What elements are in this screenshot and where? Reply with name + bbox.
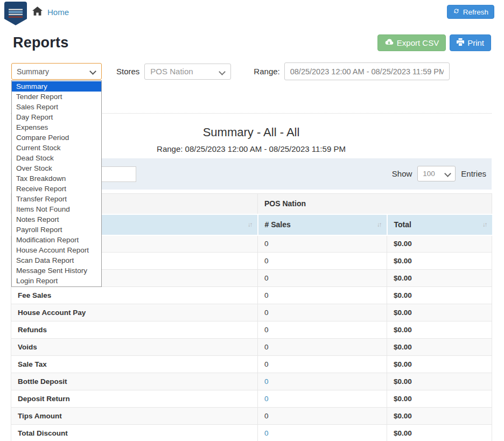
page-size-value: 100	[423, 170, 435, 178]
page-size-select[interactable]: 100	[417, 166, 456, 181]
row-sales-count: 0	[258, 304, 387, 321]
report-option-sales-report[interactable]: Sales Report	[12, 102, 101, 112]
report-option-notes-report[interactable]: Notes Report	[12, 214, 101, 225]
chevron-down-icon	[444, 170, 451, 177]
report-option-day-report[interactable]: Day Report	[12, 112, 101, 122]
table-row: Refunds0$0.00	[11, 321, 492, 339]
export-csv-button[interactable]: Export CSV	[377, 34, 446, 51]
stores-label: Stores	[116, 67, 139, 76]
row-total: $0.00	[387, 235, 492, 253]
report-type-select[interactable]: Summary	[11, 63, 102, 80]
table-row: Voids0$0.00	[11, 339, 492, 356]
home-icon	[32, 6, 43, 18]
report-option-payroll-report[interactable]: Payroll Report	[12, 225, 101, 235]
refresh-icon	[453, 8, 460, 16]
row-label: House Account Pay	[11, 304, 258, 321]
row-label: Bottle Deposit	[11, 373, 258, 390]
refresh-button[interactable]: Refresh	[447, 5, 494, 19]
report-option-expenses[interactable]: Expenses	[12, 122, 101, 132]
table-row: Tips Amount0$0.00	[11, 408, 492, 425]
table-row: House Account Pay0$0.00	[11, 304, 492, 321]
row-total: $0.00	[387, 390, 492, 408]
row-sales-count: 0	[258, 408, 387, 425]
row-label: Total Discount	[11, 425, 258, 441]
row-total: $0.00	[387, 253, 492, 270]
report-option-receive-report[interactable]: Receive Report	[12, 184, 101, 194]
stores-select[interactable]: POS Nation	[144, 64, 231, 80]
app-logo-icon	[4, 2, 27, 29]
report-option-over-stock[interactable]: Over Stock	[12, 163, 101, 173]
row-total: $0.00	[387, 321, 492, 339]
report-option-house-account-report[interactable]: House Account Report	[12, 245, 101, 255]
row-total: $0.00	[387, 270, 492, 287]
column-header-sales[interactable]: # Sales ↓↑	[258, 214, 387, 235]
header-actions: Export CSV Print	[377, 34, 491, 51]
table-row: Bottle Deposit0$0.00	[11, 373, 492, 390]
row-label: Deposit Return	[11, 390, 258, 408]
sort-icon[interactable]: ↓↑	[482, 221, 487, 228]
cloud-download-icon	[384, 38, 394, 47]
row-sales-count: 0	[258, 253, 387, 270]
row-sales-count: 0	[258, 390, 387, 408]
row-sales-count: 0	[258, 270, 387, 287]
row-total: $0.00	[387, 339, 492, 356]
entries-label: Entries	[461, 169, 486, 178]
range-label: Range:	[254, 67, 279, 76]
breadcrumb: Home	[32, 6, 69, 18]
table-row: Total Discount0$0.00	[11, 425, 492, 441]
row-label: Tips Amount	[11, 408, 258, 425]
row-label: Fee Sales	[11, 287, 258, 304]
store-group-header: POS Nation	[258, 194, 492, 214]
row-total: $0.00	[387, 408, 492, 425]
report-option-compare-period[interactable]: Compare Period	[12, 132, 101, 143]
report-option-message-sent-history[interactable]: Message Sent History	[12, 265, 101, 276]
show-label: Show	[392, 169, 412, 178]
sort-icon[interactable]: ↓↑	[377, 221, 381, 228]
printer-icon	[457, 38, 464, 47]
row-total: $0.00	[387, 373, 492, 390]
report-option-modification-report[interactable]: Modification Report	[12, 235, 101, 245]
row-total: $0.00	[387, 287, 492, 304]
top-navbar: Home Refresh	[0, 0, 504, 25]
report-option-items-not-found[interactable]: Items Not Found	[12, 204, 101, 214]
chevron-down-icon	[219, 68, 226, 75]
row-label: Refunds	[11, 321, 258, 339]
sales-count-link[interactable]: 0	[264, 395, 269, 403]
print-button[interactable]: Print	[450, 34, 491, 51]
report-option-transfer-report[interactable]: Transfer Report	[12, 194, 101, 204]
report-option-current-stock[interactable]: Current Stock	[12, 143, 101, 153]
row-sales-count: 0	[258, 287, 387, 304]
report-option-tender-report[interactable]: Tender Report	[12, 92, 101, 102]
row-sales-count: 0	[258, 235, 387, 253]
table-row: Fee Sales0$0.00	[11, 287, 492, 304]
breadcrumb-home-link[interactable]: Home	[47, 8, 69, 17]
report-option-scan-data-report[interactable]: Scan Data Report	[12, 255, 101, 265]
row-sales-count: 0	[258, 356, 387, 373]
column-header-total[interactable]: Total ↓↑	[387, 214, 492, 235]
sort-icon[interactable]: ↓↑	[248, 221, 252, 228]
row-total: $0.00	[387, 356, 492, 373]
row-sales-count: 0	[258, 425, 387, 441]
row-total: $0.00	[387, 425, 492, 441]
row-sales-count: 0	[258, 373, 387, 390]
table-row: Sale Tax0$0.00	[11, 356, 492, 373]
report-type-select-value: Summary	[17, 67, 49, 76]
report-type-listbox: SummaryTender ReportSales ReportDay Repo…	[11, 80, 102, 287]
row-sales-count: 0	[258, 321, 387, 339]
table-row: Deposit Return0$0.00	[11, 390, 492, 408]
row-label: Sale Tax	[11, 356, 258, 373]
stores-select-value: POS Nation	[150, 67, 193, 76]
filter-bar: Summary SummaryTender ReportSales Report…	[11, 63, 504, 80]
report-option-summary[interactable]: Summary	[12, 81, 101, 92]
date-range-input[interactable]	[284, 62, 450, 80]
row-total: $0.00	[387, 304, 492, 321]
sales-count-link[interactable]: 0	[264, 429, 269, 437]
report-option-login-report[interactable]: Login Report	[12, 276, 101, 286]
report-option-tax-breakdown[interactable]: Tax Breakdown	[12, 173, 101, 184]
row-label: Voids	[11, 339, 258, 356]
page-header: Reports Export CSV Print	[13, 34, 491, 51]
row-sales-count: 0	[258, 339, 387, 356]
report-option-dead-stock[interactable]: Dead Stock	[12, 153, 101, 163]
sales-count-link[interactable]: 0	[264, 377, 269, 386]
page-size-control: Show 100 Entries	[392, 166, 486, 181]
